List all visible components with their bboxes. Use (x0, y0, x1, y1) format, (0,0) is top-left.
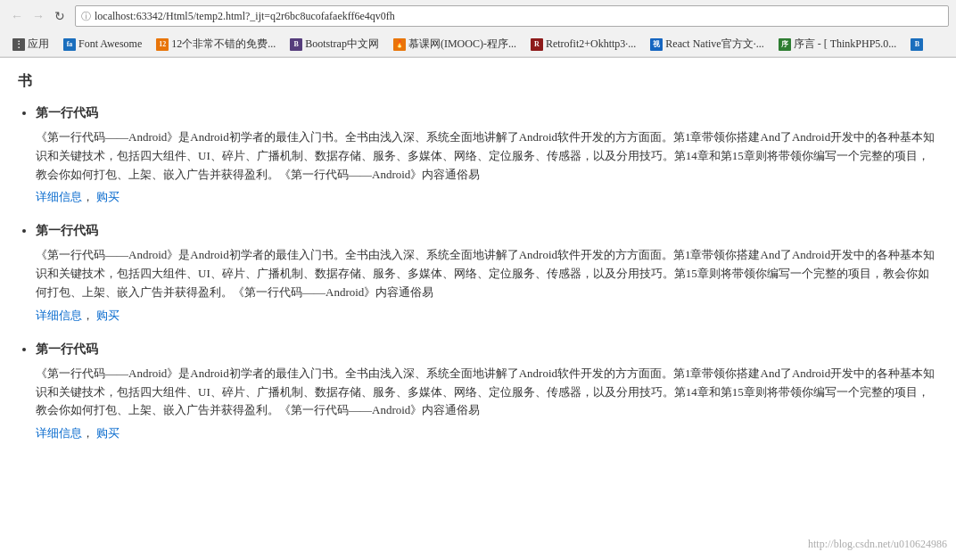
book-detail-link-2[interactable]: 详细信息 (36, 309, 82, 322)
book-list: 第一行代码 《第一行代码——Android》是Android初学者的最佳入门书。… (18, 105, 938, 441)
refresh-button[interactable]: ↻ (50, 6, 70, 26)
bookmark-retrofit[interactable]: R Retrofit2+Okhttp3·... (525, 36, 641, 53)
book-description-2: 《第一行代码——Android》是Android初学者的最佳入门书。全书由浅入深… (36, 246, 938, 301)
book-links-3: 详细信息， 购买 (36, 425, 938, 441)
book-description-1: 《第一行代码——Android》是Android初学者的最佳入门书。全书由浅入深… (36, 128, 938, 184)
bookmark-12[interactable]: 12 12个非常不错的免费... (151, 35, 281, 54)
bookmark-rn[interactable]: 视 React Native官方文·... (645, 35, 769, 54)
bookmark-thinkphp[interactable]: 序 序言 - [ ThinkPHP5.0... (773, 35, 902, 54)
browser-chrome: ← → ↻ ⓘ localhost:63342/Html5/temp2.html… (0, 0, 956, 58)
b-icon: B (911, 38, 923, 51)
book-title-3: 第一行代码 (36, 342, 938, 358)
bookmark-fa[interactable]: fa Font Awesome (58, 36, 147, 53)
book-title-1: 第一行代码 (36, 105, 938, 121)
lock-icon: ⓘ (81, 10, 91, 23)
bookmark-imooc[interactable]: 🔥 慕课网(IMOOC)-程序... (388, 35, 522, 54)
bookmark-thinkphp-label: 序言 - [ ThinkPHP5.0... (794, 37, 897, 52)
bookmark-retrofit-label: Retrofit2+Okhttp3·... (546, 37, 636, 51)
browser-toolbar: ← → ↻ ⓘ localhost:63342/Html5/temp2.html… (0, 0, 956, 32)
retrofit-icon: R (531, 38, 543, 51)
bookmark-apps-label: 应用 (28, 37, 49, 52)
book-links-1: 详细信息， 购买 (36, 189, 938, 205)
bookmark-bootstrap[interactable]: B Bootstrap中文网 (284, 35, 384, 54)
list-item: 第一行代码 《第一行代码——Android》是Android初学者的最佳入门书。… (36, 105, 938, 205)
bookmarks-bar: ⋮ 应用 fa Font Awesome 12 12个非常不错的免费... B … (0, 32, 956, 57)
bookmark-imooc-label: 慕课网(IMOOC)-程序... (408, 37, 516, 52)
book-title-2: 第一行代码 (36, 223, 938, 239)
book-links-2: 详细信息， 购买 (36, 308, 938, 324)
bookmark-rn-label: React Native官方文·... (665, 37, 763, 52)
tp-icon: 序 (779, 38, 791, 51)
fa-icon: fa (63, 38, 76, 51)
book-buy-link-2[interactable]: 购买 (96, 309, 120, 322)
bookmark-12-label: 12个非常不错的免费... (171, 37, 276, 52)
address-text: localhost:63342/Html5/temp2.html?_ijt=q2… (95, 10, 395, 23)
bootstrap-icon: B (290, 38, 302, 51)
book-description-3: 《第一行代码——Android》是Android初学者的最佳入门书。全书由浅入深… (36, 365, 938, 420)
list-item: 第一行代码 《第一行代码——Android》是Android初学者的最佳入门书。… (36, 223, 938, 323)
page-content: 书 第一行代码 《第一行代码——Android》是Android初学者的最佳入门… (0, 58, 956, 504)
book-detail-link-1[interactable]: 详细信息 (36, 190, 82, 203)
book-detail-link-3[interactable]: 详细信息 (36, 426, 82, 440)
rn-icon: 视 (650, 38, 663, 51)
apps-icon: ⋮ (12, 38, 25, 51)
forward-button[interactable]: → (29, 6, 48, 26)
bookmark-bootstrap-label: Bootstrap中文网 (305, 37, 379, 52)
nav-buttons: ← → ↻ (7, 6, 70, 26)
fire-icon: 🔥 (393, 38, 406, 51)
bookmark-fa-label: Font Awesome (78, 37, 142, 51)
bookmark-apps[interactable]: ⋮ 应用 (7, 35, 54, 54)
page-title: 书 (18, 72, 938, 91)
shield-icon: 12 (156, 38, 169, 51)
bookmark-b[interactable]: B (905, 37, 928, 53)
book-buy-link-1[interactable]: 购买 (96, 190, 120, 203)
back-button[interactable]: ← (7, 6, 27, 26)
address-bar[interactable]: ⓘ localhost:63342/Html5/temp2.html?_ijt=… (75, 5, 949, 27)
list-item: 第一行代码 《第一行代码——Android》是Android初学者的最佳入门书。… (36, 342, 938, 441)
book-buy-link-3[interactable]: 购买 (96, 426, 120, 440)
